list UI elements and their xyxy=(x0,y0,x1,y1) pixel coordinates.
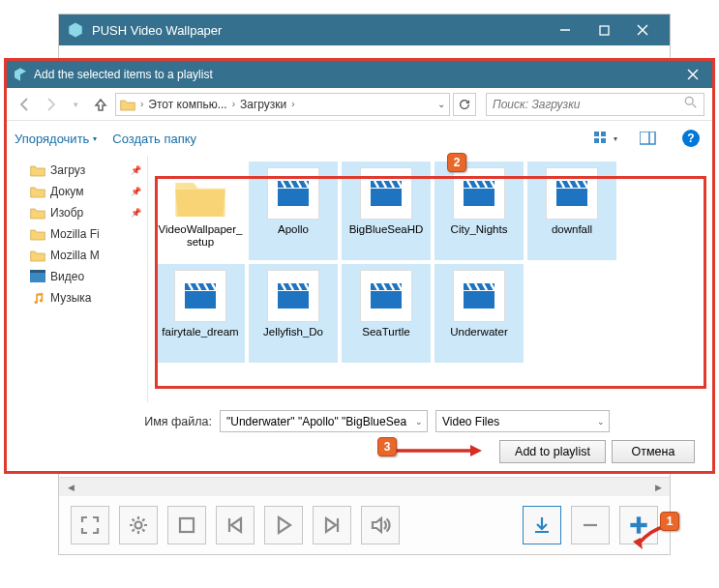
file-item[interactable]: SeaTurtle xyxy=(342,264,431,363)
sidebar-item-label: Изобр xyxy=(50,206,83,220)
recent-dropdown[interactable]: ▾ xyxy=(65,94,86,115)
file-label: downfall xyxy=(529,223,614,236)
sidebar-item-label: Видео xyxy=(50,270,84,283)
preview-pane-button[interactable] xyxy=(635,128,662,149)
file-label: Underwater xyxy=(436,326,522,338)
svg-rect-8 xyxy=(594,132,599,136)
up-button[interactable] xyxy=(90,94,111,115)
maximize-button[interactable] xyxy=(584,15,623,45)
fullscreen-button[interactable] xyxy=(71,506,109,544)
file-item[interactable]: Jellyfish_Do xyxy=(249,264,338,363)
sidebar-item[interactable]: Mozilla Fi xyxy=(7,223,147,245)
annotation-badge-3: 3 xyxy=(377,437,397,456)
bg-window-title: PUSH Video Wallpaper xyxy=(92,23,546,38)
file-item[interactable]: VideoWallpaper_setup xyxy=(156,162,245,260)
svg-rect-23 xyxy=(464,291,494,309)
download-button[interactable] xyxy=(523,506,561,544)
close-button[interactable] xyxy=(623,15,662,45)
svg-rect-17 xyxy=(371,189,402,206)
search-input[interactable] xyxy=(493,98,684,111)
svg-rect-1 xyxy=(600,26,609,35)
svg-rect-19 xyxy=(556,189,587,206)
sidebar-item-label: Докум xyxy=(50,185,83,198)
svg-line-7 xyxy=(693,104,697,108)
address-bar[interactable]: › Этот компью... › Загрузки › ⌄ xyxy=(115,93,450,116)
organize-menu[interactable]: Упорядочить ▾ xyxy=(15,132,97,146)
pin-icon: 📌 xyxy=(131,165,141,175)
file-item[interactable]: Apollo xyxy=(249,162,338,260)
sidebar-item[interactable]: Докум📌 xyxy=(7,181,147,202)
file-label: Apollo xyxy=(251,223,336,236)
file-label: BigBlueSeaHD xyxy=(344,223,429,236)
scroll-right-icon[interactable]: ▶ xyxy=(650,480,666,495)
file-label: City_Nights xyxy=(436,223,522,236)
cancel-button[interactable]: Отмена xyxy=(612,440,695,463)
svg-rect-20 xyxy=(185,291,216,309)
clapperboard-icon xyxy=(371,283,402,309)
play-button[interactable] xyxy=(264,506,303,544)
svg-rect-18 xyxy=(464,189,494,206)
refresh-button[interactable] xyxy=(453,93,476,116)
clapperboard-icon xyxy=(556,181,587,206)
svg-rect-16 xyxy=(278,189,309,206)
player-panel: ◀ ▶ xyxy=(58,477,671,555)
clapperboard-icon xyxy=(464,283,494,309)
sidebar-item[interactable]: Видео xyxy=(7,266,147,287)
new-folder-button[interactable]: Создать папку xyxy=(112,132,196,146)
volume-button[interactable] xyxy=(361,506,400,544)
svg-marker-30 xyxy=(470,445,482,456)
clapperboard-icon xyxy=(278,181,309,206)
annotation-badge-1: 1 xyxy=(660,512,679,531)
svg-rect-14 xyxy=(30,272,45,282)
breadcrumb-segment[interactable]: Этот компью... xyxy=(148,98,226,111)
video-thumb xyxy=(174,270,226,322)
add-to-playlist-button[interactable]: Add to playlist xyxy=(499,440,606,463)
video-thumb xyxy=(453,167,505,220)
bg-titlebar: PUSH Video Wallpaper xyxy=(59,15,670,45)
file-item[interactable]: fairytale_dream xyxy=(156,264,245,363)
address-dropdown[interactable]: ⌄ xyxy=(437,99,445,109)
video-thumb xyxy=(360,270,412,322)
stop-button[interactable] xyxy=(167,506,206,544)
sidebar-item[interactable]: Загруз📌 xyxy=(7,160,147,181)
settings-button[interactable] xyxy=(119,506,158,544)
prev-button[interactable] xyxy=(216,506,255,544)
dialog-close-button[interactable] xyxy=(679,61,706,88)
forward-button[interactable] xyxy=(40,94,61,115)
svg-rect-21 xyxy=(278,291,309,309)
svg-rect-11 xyxy=(601,138,606,143)
sidebar-item[interactable]: Mozilla M xyxy=(7,245,147,266)
video-thumb xyxy=(453,270,505,322)
view-mode-button[interactable]: ▾ xyxy=(592,128,619,149)
clapperboard-icon xyxy=(371,181,402,206)
file-item[interactable]: downfall xyxy=(527,162,616,260)
annotation-arrow xyxy=(395,443,482,458)
chevron-right-icon: › xyxy=(137,99,146,109)
playlist-scrollbar[interactable]: ◀ ▶ xyxy=(59,477,670,496)
search-box[interactable] xyxy=(486,93,704,116)
filetype-combo[interactable]: Video Files⌄ xyxy=(435,410,610,432)
sidebar-item-label: Музыка xyxy=(50,291,91,305)
help-button[interactable]: ? xyxy=(677,128,704,149)
annotation-badge-2: 2 xyxy=(447,153,466,172)
remove-button[interactable] xyxy=(571,506,610,544)
next-button[interactable] xyxy=(313,506,351,544)
dialog-title: Add the selected items to a playlist xyxy=(34,68,679,81)
file-item[interactable]: City_Nights xyxy=(434,162,524,260)
filename-label: Имя файла: xyxy=(18,415,212,428)
file-item[interactable]: Underwater xyxy=(434,264,524,363)
file-item[interactable]: BigBlueSeaHD xyxy=(342,162,431,260)
pin-icon: 📌 xyxy=(131,187,141,196)
clapperboard-icon xyxy=(278,283,309,309)
back-button[interactable] xyxy=(15,94,36,115)
pin-icon: 📌 xyxy=(131,208,141,218)
filename-combo[interactable]: "Underwater" "Apollo" "BigBlueSea⌄ xyxy=(220,410,428,432)
sidebar-item[interactable]: Музыка xyxy=(7,287,147,309)
svg-rect-10 xyxy=(594,138,599,143)
minimize-button[interactable] xyxy=(546,15,584,45)
breadcrumb-segment[interactable]: Загрузки xyxy=(240,98,286,111)
sidebar-item[interactable]: Изобр📌 xyxy=(7,202,147,223)
scroll-left-icon[interactable]: ◀ xyxy=(63,480,78,495)
video-thumb xyxy=(546,167,598,220)
file-grid[interactable]: VideoWallpaper_setupApolloBigBlueSeaHDCi… xyxy=(148,156,712,402)
